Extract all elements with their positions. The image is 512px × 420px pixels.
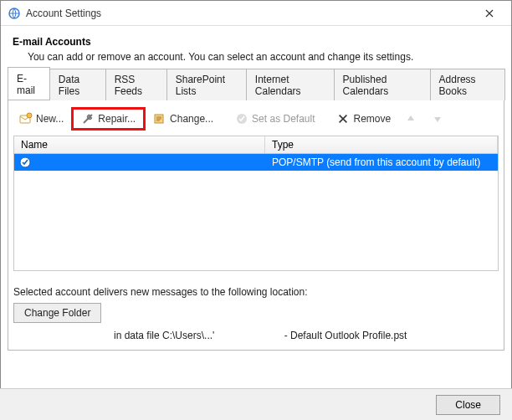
new-button[interactable]: New... xyxy=(13,110,69,128)
account-type: POP/SMTP (send from this account by defa… xyxy=(265,156,498,168)
remove-icon xyxy=(336,112,350,125)
tabs: E-mail Data Files RSS Feeds SharePoint L… xyxy=(8,78,504,100)
column-type[interactable]: Type xyxy=(265,136,498,153)
move-up-button xyxy=(398,110,423,128)
arrow-up-icon xyxy=(404,112,417,125)
remove-button[interactable]: Remove xyxy=(330,110,397,128)
repair-icon xyxy=(81,112,95,125)
tab-address-books[interactable]: Address Books xyxy=(430,69,505,100)
tab-email[interactable]: E-mail xyxy=(8,67,50,100)
change-folder-button[interactable]: Change Folder xyxy=(13,303,101,323)
tab-data-files[interactable]: Data Files xyxy=(49,69,106,100)
toolbar: New... Repair... Change... xyxy=(13,105,499,136)
tab-rss-feeds[interactable]: RSS Feeds xyxy=(105,69,167,100)
delivery-location-block: Selected account delivers new messages t… xyxy=(13,286,499,341)
repair-label: Repair... xyxy=(98,113,136,125)
tab-panel-email: New... Repair... Change... xyxy=(8,100,504,351)
svg-point-2 xyxy=(27,113,32,118)
repair-button[interactable]: Repair... xyxy=(75,110,141,128)
change-icon xyxy=(153,112,166,125)
accounts-list[interactable]: POP/SMTP (send from this account by defa… xyxy=(13,154,499,271)
tab-internet-calendars[interactable]: Internet Calendars xyxy=(246,69,335,100)
new-mail-icon xyxy=(19,112,33,125)
change-label: Change... xyxy=(170,113,213,125)
change-button[interactable]: Change... xyxy=(147,110,219,128)
delivery-path-prefix: in data file C:\Users\...' xyxy=(114,330,214,341)
section-subtitle: You can add or remove an account. You ca… xyxy=(28,51,499,63)
new-label: New... xyxy=(36,113,64,125)
section-title: E-mail Accounts xyxy=(13,36,499,48)
close-button[interactable]: Close xyxy=(436,395,500,415)
close-icon xyxy=(485,9,494,18)
set-default-label: Set as Default xyxy=(252,113,315,125)
column-name[interactable]: Name xyxy=(14,136,265,153)
set-default-button: Set as Default xyxy=(229,110,320,128)
default-check-icon xyxy=(19,156,31,168)
tab-published-calendars[interactable]: Published Calendars xyxy=(334,69,431,100)
dialog-footer: Close xyxy=(0,388,512,420)
delivery-location-label: Selected account delivers new messages t… xyxy=(13,286,499,298)
account-row[interactable]: POP/SMTP (send from this account by defa… xyxy=(14,154,498,171)
remove-label: Remove xyxy=(353,113,391,125)
tab-sharepoint-lists[interactable]: SharePoint Lists xyxy=(166,69,247,100)
window-title: Account Settings xyxy=(26,8,473,19)
delivery-path-suffix: - Default Outlook Profile.pst xyxy=(284,330,407,341)
app-icon xyxy=(8,7,21,20)
move-down-button xyxy=(425,110,450,128)
arrow-down-icon xyxy=(431,112,444,125)
window-close-button[interactable] xyxy=(473,2,506,25)
accounts-header: Name Type xyxy=(13,136,499,154)
header-section: E-mail Accounts You can add or remove an… xyxy=(1,26,511,63)
titlebar: Account Settings xyxy=(1,1,511,26)
check-circle-icon xyxy=(235,112,248,125)
repair-highlight: Repair... xyxy=(71,107,146,131)
